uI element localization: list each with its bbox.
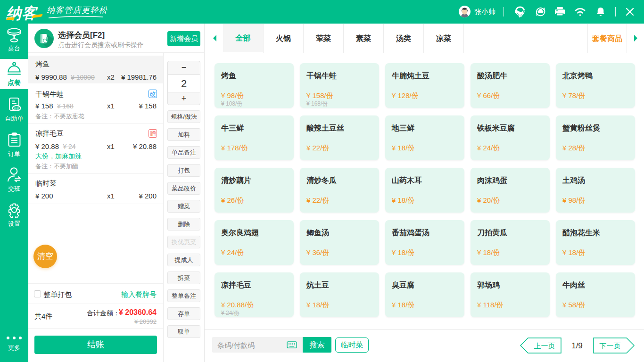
svg-text:上一页: 上一页: [534, 342, 555, 350]
svg-text:下一页: 下一页: [600, 342, 621, 350]
svg-text:自助: 自助: [14, 107, 20, 110]
